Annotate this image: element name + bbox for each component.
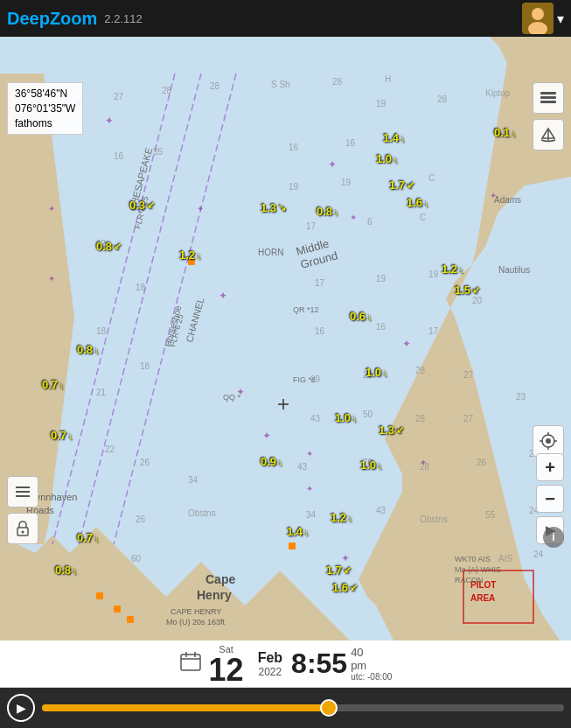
- depth-1-7: 1.7↙: [389, 178, 414, 192]
- svg-text:16: 16: [315, 326, 325, 336]
- svg-text:43: 43: [297, 462, 308, 472]
- svg-text:C: C: [420, 213, 426, 222]
- svg-text:19: 19: [428, 270, 439, 279]
- svg-text:18: 18: [140, 361, 150, 371]
- svg-text:28: 28: [332, 77, 343, 87]
- svg-text:28: 28: [415, 366, 426, 375]
- left-map-controls: [7, 476, 38, 544]
- svg-text:19: 19: [341, 178, 352, 187]
- gps-button[interactable]: [533, 425, 564, 457]
- menu-button[interactable]: [7, 476, 38, 508]
- svg-text:27: 27: [463, 370, 474, 380]
- zoom-out-button[interactable]: −: [536, 485, 564, 513]
- svg-text:C: C: [428, 173, 435, 183]
- svg-text:16: 16: [114, 151, 124, 161]
- year-label: 2022: [259, 666, 282, 678]
- svg-text:✦: ✦: [306, 484, 313, 494]
- svg-text:19: 19: [289, 182, 299, 192]
- svg-text:22: 22: [105, 444, 115, 454]
- time-detail: 40 pm utc: -08:00: [351, 646, 392, 682]
- zoom-in-button[interactable]: +: [536, 453, 564, 481]
- depth-0-1: 0.1↓: [494, 126, 517, 139]
- svg-text:28: 28: [210, 81, 220, 91]
- timeline-slider[interactable]: [42, 704, 564, 711]
- header-right: ▾: [522, 3, 564, 34]
- longitude-display: 076°01'35"W: [15, 102, 75, 116]
- svg-text:Nautilus: Nautilus: [498, 265, 530, 275]
- coordinate-display: 36°58'46"N 076°01'35"W fathoms: [7, 82, 83, 135]
- depth-1-2c: 1.2↓: [331, 511, 353, 524]
- svg-text:AREA: AREA: [470, 593, 495, 603]
- month-year: Feb 2022: [258, 650, 282, 678]
- time-display: 8:55: [291, 648, 347, 680]
- svg-text:QQ *: QQ *: [223, 393, 241, 402]
- layers-button[interactable]: [533, 82, 564, 114]
- right-map-controls: [533, 82, 564, 150]
- lock-button[interactable]: [7, 513, 38, 544]
- svg-text:20: 20: [472, 296, 483, 305]
- svg-text:18: 18: [96, 326, 107, 336]
- user-avatar[interactable]: [522, 3, 554, 34]
- logo-deep: Deep: [7, 9, 50, 28]
- svg-text:34: 34: [306, 510, 317, 520]
- svg-text:HORN: HORN: [258, 248, 283, 257]
- svg-text:RACON: RACON: [455, 576, 484, 584]
- info-button[interactable]: i: [543, 527, 564, 548]
- svg-rect-86: [289, 542, 296, 550]
- svg-text:✦: ✦: [341, 552, 350, 564]
- header-left: DeepZoom 2.2.112: [7, 9, 143, 29]
- svg-text:27: 27: [463, 414, 474, 424]
- svg-text:S Sh: S Sh: [271, 80, 290, 89]
- depth-0-3: 0.3↙: [129, 199, 155, 212]
- svg-text:✦: ✦: [48, 274, 55, 284]
- svg-text:60: 60: [131, 554, 142, 564]
- svg-text:17: 17: [315, 278, 325, 288]
- svg-text:21: 21: [96, 388, 107, 397]
- svg-rect-113: [540, 92, 556, 94]
- timeline-bar: ▶: [0, 688, 571, 728]
- boat-button[interactable]: [533, 119, 564, 150]
- svg-text:17: 17: [306, 221, 317, 231]
- svg-text:16: 16: [345, 138, 356, 148]
- user-dropdown-arrow[interactable]: ▾: [557, 10, 564, 27]
- svg-text:26: 26: [136, 514, 146, 524]
- svg-rect-128: [181, 654, 200, 670]
- svg-text:26: 26: [477, 458, 487, 467]
- depth-1-0b: 1.0↓: [366, 366, 388, 379]
- slider-thumb[interactable]: [320, 699, 338, 717]
- svg-text:17: 17: [428, 326, 439, 336]
- depth-0-7c: 0.7↓: [77, 531, 100, 544]
- depth-1-3b: 1.3↙: [379, 424, 404, 437]
- app-logo: DeepZoom: [7, 9, 97, 29]
- depth-1-4a: 1.4↓: [383, 131, 406, 144]
- svg-text:18: 18: [136, 283, 146, 292]
- ampm-display: pm: [351, 659, 366, 672]
- svg-rect-84: [114, 606, 121, 612]
- play-button[interactable]: ▶: [7, 694, 35, 722]
- svg-text:19: 19: [376, 274, 386, 284]
- depth-0-6: 0.6↓: [350, 310, 373, 323]
- svg-text:16: 16: [289, 143, 299, 152]
- svg-text:Kiptop: Kiptop: [485, 88, 511, 98]
- svg-text:26: 26: [140, 458, 150, 467]
- depth-unit-display: fathoms: [15, 116, 75, 131]
- svg-text:55: 55: [485, 510, 496, 520]
- svg-rect-114: [540, 96, 556, 99]
- svg-text:Henry: Henry: [197, 588, 232, 602]
- depth-1-4b: 1.4↓: [287, 525, 310, 538]
- svg-text:Obstns: Obstns: [188, 508, 216, 518]
- svg-text:QR *12: QR *12: [293, 305, 319, 314]
- svg-text:✦: ✦: [402, 338, 411, 350]
- logo-zoom: Zoom: [50, 9, 97, 28]
- depth-0-7a: 0.7↓: [42, 378, 65, 391]
- svg-text:35: 35: [153, 147, 164, 157]
- map-area[interactable]: CHESAPEAKE CHANNEL Middle Ground Horsesh…: [0, 37, 571, 640]
- svg-text:H: H: [385, 74, 391, 84]
- depth-1-5: 1.5↙: [455, 284, 480, 297]
- depth-1-2b: 1.2↓: [442, 262, 464, 276]
- depth-0-8b: 0.8↓: [317, 205, 339, 218]
- utc-display: utc: -08:00: [351, 672, 392, 682]
- svg-text:27: 27: [114, 92, 124, 102]
- svg-text:Adams: Adams: [494, 195, 521, 205]
- svg-text:24: 24: [533, 550, 544, 559]
